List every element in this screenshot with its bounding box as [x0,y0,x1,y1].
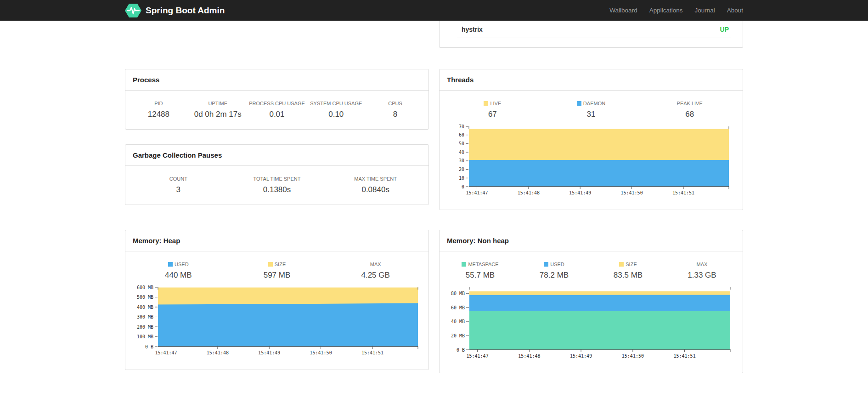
memory-heap-stats: USED440 MBSIZE597 MBMAX4.25 GB [129,262,425,280]
svg-text:40: 40 [459,150,464,155]
svg-text:60 MB: 60 MB [451,305,465,310]
stat-system-cpu-usage: SYSTEM CPU USAGE0.10 [306,101,366,119]
memory-heap-chart: 0 B100 MB200 MB300 MB400 MB500 MB600 MB1… [131,285,423,358]
brand-title: Spring Boot Admin [146,6,225,16]
memory-nonheap-card-title: Memory: Non heap [440,230,743,251]
svg-text:15:41:50: 15:41:50 [310,350,332,355]
process-card-title: Process [125,69,428,91]
application-name[interactable]: hystrix [462,26,483,33]
svg-text:70: 70 [459,124,464,129]
gc-card: Garbage Collection Pauses COUNT3TOTAL TI… [125,144,429,205]
stat-uptime: UPTIME0d 0h 2m 17s [188,101,248,119]
stat-used: USED440 MB [129,262,228,280]
svg-text:60: 60 [459,132,464,137]
stat-peak-live: PEAK LIVE68 [640,101,739,119]
gc-stats: COUNT3TOTAL TIME SPENT0.1380sMAX TIME SP… [129,176,425,194]
svg-text:15:41:50: 15:41:50 [622,353,644,359]
stat-count: COUNT3 [129,176,228,194]
threads-card-title: Threads [440,69,743,91]
memory-heap-card-title: Memory: Heap [125,230,428,251]
svg-text:0: 0 [462,184,464,189]
stat-max: MAX1.33 GB [665,262,739,280]
svg-text:15:41:49: 15:41:49 [258,350,280,355]
svg-text:20: 20 [459,167,464,172]
svg-text:15:41:51: 15:41:51 [674,353,696,359]
svg-text:15:41:47: 15:41:47 [155,350,177,355]
memory-nonheap-chart: 0 B20 MB40 MB60 MB80 MB15:41:4715:41:481… [447,285,735,361]
svg-text:15:41:49: 15:41:49 [570,353,592,359]
top-navbar: Spring Boot Admin WallboardApplicationsJ… [0,0,868,21]
stat-daemon: DAEMON31 [542,101,641,119]
stat-max-time-spent: MAX TIME SPENT0.0840s [326,176,425,194]
legend-swatch [544,262,548,267]
application-status-card: hystrix UP [439,21,743,48]
memory-nonheap-stats: METASPACE55.7 MBUSED78.2 MBSIZE83.5 MBMA… [443,262,739,280]
nav-item-about[interactable]: About [727,7,743,14]
navbar-links: WallboardApplicationsJournalAbout [609,7,743,14]
stat-cpus: CPUS8 [366,101,425,119]
threads-stats: LIVE67DAEMON31PEAK LIVE68 [443,101,739,119]
svg-text:0 B: 0 B [145,344,153,349]
stat-used: USED78.2 MB [517,262,591,280]
process-stats: PID12488UPTIME0d 0h 2m 17sPROCESS CPU US… [129,101,425,119]
svg-text:15:41:47: 15:41:47 [467,353,489,359]
gc-card-title: Garbage Collection Pauses [125,145,428,166]
stat-total-time-spent: TOTAL TIME SPENT0.1380s [228,176,327,194]
status-row: hystrix UP [125,21,743,48]
nav-item-applications[interactable]: Applications [649,7,683,14]
svg-text:30: 30 [459,158,464,163]
svg-text:15:41:50: 15:41:50 [621,190,643,195]
application-row[interactable]: hystrix UP [440,21,743,38]
memory-heap-card: Memory: Heap USED440 MBSIZE597 MBMAX4.25… [125,230,429,370]
legend-swatch [577,101,581,106]
threads-card: Threads LIVE67DAEMON31PEAK LIVE68 010203… [439,69,743,210]
svg-text:50: 50 [459,141,464,146]
legend-swatch [619,262,624,267]
svg-text:100 MB: 100 MB [137,334,153,339]
svg-text:80 MB: 80 MB [451,291,465,296]
svg-text:0 B: 0 B [457,347,465,353]
legend-swatch [462,262,466,267]
application-status-badge: UP [720,26,729,33]
svg-text:200 MB: 200 MB [137,325,153,330]
stat-max: MAX4.25 GB [326,262,425,280]
legend-swatch [168,262,173,267]
svg-text:15:41:51: 15:41:51 [672,190,694,195]
right-column: Threads LIVE67DAEMON31PEAK LIVE68 010203… [439,69,743,210]
svg-text:15:41:48: 15:41:48 [207,350,229,355]
brand[interactable]: Spring Boot Admin [125,3,225,18]
stat-size: SIZE597 MB [228,262,327,280]
nav-item-journal[interactable]: Journal [694,7,715,14]
svg-text:600 MB: 600 MB [137,285,153,290]
svg-text:400 MB: 400 MB [137,305,153,310]
svg-text:300 MB: 300 MB [137,314,153,319]
stat-pid: PID12488 [129,101,188,119]
svg-text:15:41:48: 15:41:48 [518,353,540,359]
left-column: Process PID12488UPTIME0d 0h 2m 17sPROCES… [125,69,429,210]
svg-text:15:41:48: 15:41:48 [518,190,540,195]
main-content: hystrix UP Process PID12488UPTIME0d 0h 2… [125,21,743,373]
legend-swatch [484,101,488,106]
process-card: Process PID12488UPTIME0d 0h 2m 17sPROCES… [125,69,429,130]
legend-swatch [268,262,273,267]
svg-text:20 MB: 20 MB [451,333,465,338]
brand-logo-icon [125,3,141,18]
svg-text:500 MB: 500 MB [137,295,153,300]
threads-chart: 01020304050607015:41:4715:41:4815:41:491… [449,124,733,198]
svg-text:15:41:49: 15:41:49 [569,190,591,195]
stat-size: SIZE83.5 MB [591,262,665,280]
nav-item-wallboard[interactable]: Wallboard [609,7,637,14]
svg-text:10: 10 [459,176,464,181]
divider [457,38,731,38]
svg-text:15:41:47: 15:41:47 [466,190,488,195]
stat-process-cpu-usage: PROCESS CPU USAGE0.01 [248,101,307,119]
stat-live: LIVE67 [443,101,542,119]
svg-text:40 MB: 40 MB [451,319,465,324]
memory-nonheap-card: Memory: Non heap METASPACE55.7 MBUSED78.… [439,230,743,373]
svg-text:15:41:51: 15:41:51 [361,350,383,355]
stat-metaspace: METASPACE55.7 MB [443,262,517,280]
